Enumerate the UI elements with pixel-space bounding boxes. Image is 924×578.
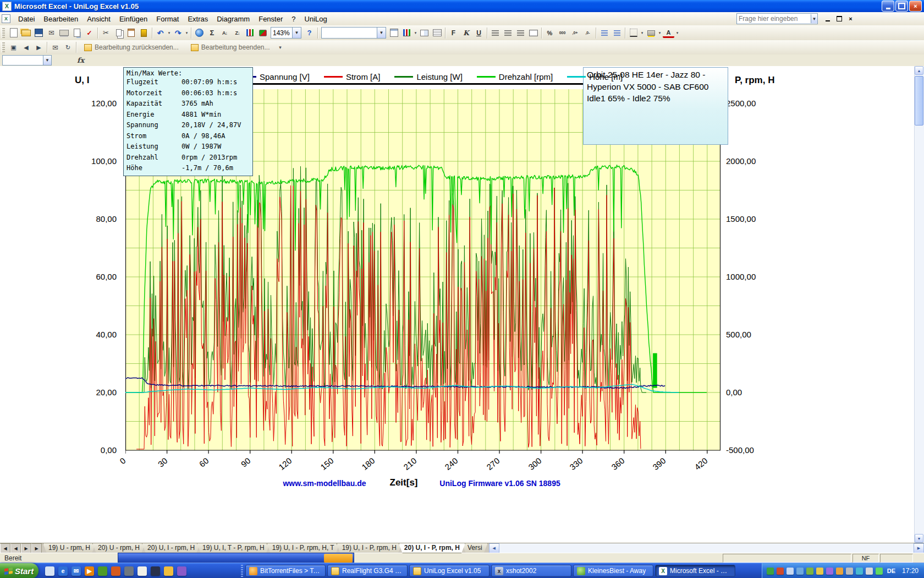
font-color-icon[interactable]: A <box>663 29 674 38</box>
firewall-tray-icon[interactable] <box>777 568 784 575</box>
volume-tray-icon[interactable] <box>787 568 794 575</box>
decrease-decimal-icon[interactable]: ,0- <box>582 28 593 39</box>
open-icon[interactable] <box>20 28 32 39</box>
sheet-tab[interactable]: 19) U - rpm, H <box>43 543 96 553</box>
autosum-icon[interactable]: Σ <box>206 28 218 39</box>
media-player-icon[interactable]: ▶ <box>85 566 94 576</box>
task-button[interactable]: RealFlight G3.G4 Don... <box>327 565 408 577</box>
align-left-icon[interactable] <box>490 28 501 39</box>
title-bar[interactable]: X Microsoft Excel - UniLog Excel v1.05 × <box>0 0 924 12</box>
sort-ascending-icon[interactable]: A↓ <box>219 28 230 39</box>
update-file-icon[interactable]: ↻ <box>62 42 74 53</box>
menu-item-fenster[interactable]: Fenster <box>254 13 287 25</box>
toolbar-grip[interactable] <box>2 28 5 38</box>
legend-item[interactable]: Leistung [W] <box>394 72 462 81</box>
task-button[interactable]: BitTorrentFiles > Tor... <box>245 565 326 577</box>
font-color-icon-dropdown[interactable]: ▾ <box>675 28 680 39</box>
background-window-button[interactable] <box>324 554 353 563</box>
menu-item-datei[interactable]: Datei <box>14 13 39 25</box>
mixer-tray-icon[interactable] <box>866 568 873 575</box>
insert-hyperlink-icon[interactable] <box>194 28 205 39</box>
chart-legend[interactable]: Spannung [V]Strom [A]Leistung [W]Drehzah… <box>238 70 623 83</box>
undo-icon-dropdown[interactable]: ▾ <box>167 28 172 39</box>
help-icon[interactable]: ? <box>304 28 315 39</box>
menu-item-unilog[interactable]: UniLog <box>300 13 332 25</box>
menu-item-extras[interactable]: Extras <box>183 13 212 25</box>
usb-tray-icon[interactable] <box>876 568 883 575</box>
task-button[interactable]: KleinesBiest - Away <box>573 565 653 577</box>
mail-recipient-icon[interactable]: ✉ <box>50 42 61 53</box>
update-tray-icon[interactable] <box>836 568 843 575</box>
name-box[interactable]: ▼ <box>2 55 52 66</box>
email-icon[interactable]: ✉ <box>72 566 81 576</box>
minmax-info-box[interactable]: Min/Max Werte: Flugzeit00:07:09 h:m:sMot… <box>123 67 253 176</box>
network-tray-icon[interactable] <box>796 568 804 575</box>
first-sheet-button[interactable]: ◀ <box>0 543 10 553</box>
spelling-icon[interactable]: ✓ <box>84 28 95 39</box>
toolbar-grip[interactable] <box>2 42 5 52</box>
workbook-minimize-button[interactable] <box>823 15 832 23</box>
thousands-style-icon[interactable]: 000 <box>557 28 568 39</box>
scroll-down-icon[interactable]: ▼ <box>915 534 923 543</box>
paint-icon[interactable] <box>177 566 186 576</box>
legend-item[interactable]: Drehzahl [rpm] <box>477 72 553 81</box>
language-indicator[interactable]: DE <box>886 568 897 574</box>
task-button[interactable]: UniLog Excel v1.05 <box>409 565 490 577</box>
undo-icon[interactable]: ↶ <box>155 28 166 39</box>
zoom-combobox[interactable]: 143%▼ <box>271 27 301 39</box>
horizontal-scrollbar[interactable]: ◀ ▶ <box>489 543 924 553</box>
copy-icon[interactable] <box>113 28 124 39</box>
cut-icon[interactable]: ✂ <box>100 28 112 39</box>
chart-objects-combobox[interactable]: ▼ <box>321 27 386 39</box>
clipboard-tray-icon[interactable] <box>816 568 823 575</box>
borders-icon[interactable] <box>628 28 639 39</box>
menu-item-?[interactable]: ? <box>287 13 300 25</box>
scroll-up-icon[interactable]: ▲ <box>915 66 923 75</box>
fill-color-icon-dropdown[interactable]: ▾ <box>657 28 662 39</box>
legend-item[interactable]: Strom [A] <box>324 72 381 81</box>
print-icon[interactable] <box>58 28 70 39</box>
decrease-indent-icon[interactable] <box>598 28 610 39</box>
workbook-close-button[interactable]: × <box>846 15 855 23</box>
antivirus-tray-icon[interactable] <box>767 568 774 575</box>
realplayer-icon[interactable] <box>151 566 160 576</box>
maximize-button[interactable] <box>895 1 908 12</box>
send-back-review-button[interactable]: Bearbeitung zurücksenden... <box>79 41 184 53</box>
scroll-left-icon[interactable]: ◀ <box>489 543 499 553</box>
menu-item-bearbeiten[interactable]: Bearbeiten <box>39 13 82 25</box>
task-button[interactable]: xxshot2002 <box>491 565 571 577</box>
minimize-button[interactable] <box>882 1 894 12</box>
next-comment-icon[interactable]: ▶ <box>33 42 45 53</box>
chart-type-icon[interactable] <box>401 28 413 39</box>
menu-item-format[interactable]: Format <box>152 13 183 25</box>
background-window-fragment[interactable] <box>118 553 354 564</box>
next-sheet-button[interactable]: ▶ <box>21 543 31 553</box>
previous-sheet-button[interactable]: ◀ <box>10 543 21 553</box>
vertical-scrollbar[interactable]: ▲ ▼ <box>914 66 924 543</box>
fill-color-icon[interactable] <box>645 28 657 39</box>
sheet-tab[interactable]: 19) U, I, T - P, rpm, H <box>197 543 270 553</box>
end-review-button[interactable]: Bearbeitung beenden... <box>186 41 275 53</box>
sheet-tab[interactable]: Versi <box>462 543 488 553</box>
start-button[interactable]: Start <box>0 563 38 578</box>
menu-item-einfgen[interactable]: Einfügen <box>115 13 152 25</box>
paste-icon[interactable] <box>125 28 137 39</box>
mail-icon[interactable]: ✉ <box>46 28 57 39</box>
question-dropdown-icon[interactable]: ▼ <box>811 14 817 23</box>
browser-icon[interactable] <box>111 566 120 576</box>
print-preview-icon[interactable] <box>71 28 82 39</box>
battery-tray-icon[interactable] <box>846 568 853 575</box>
notepad-icon[interactable] <box>138 566 147 576</box>
name-box-dropdown-icon[interactable]: ▼ <box>43 56 51 65</box>
menu-item-ansicht[interactable]: Ansicht <box>82 13 115 25</box>
chart-wizard-icon[interactable] <box>244 28 256 39</box>
save-icon[interactable] <box>33 28 45 39</box>
sheet-tab[interactable]: 19) U, I - P, rpm, H, T <box>267 543 340 553</box>
show-markup-icon[interactable]: ▣ <box>8 42 19 53</box>
legend-icon[interactable] <box>419 28 430 39</box>
last-sheet-button[interactable]: ▶ <box>31 543 42 553</box>
toolbar-options-icon[interactable]: ▾ <box>277 45 284 50</box>
website-link[interactable]: www.sm-modellbau.de <box>264 479 385 488</box>
messenger-tray-icon[interactable] <box>806 568 813 575</box>
chart-objects-combobox-arrow-icon[interactable]: ▼ <box>377 28 386 38</box>
